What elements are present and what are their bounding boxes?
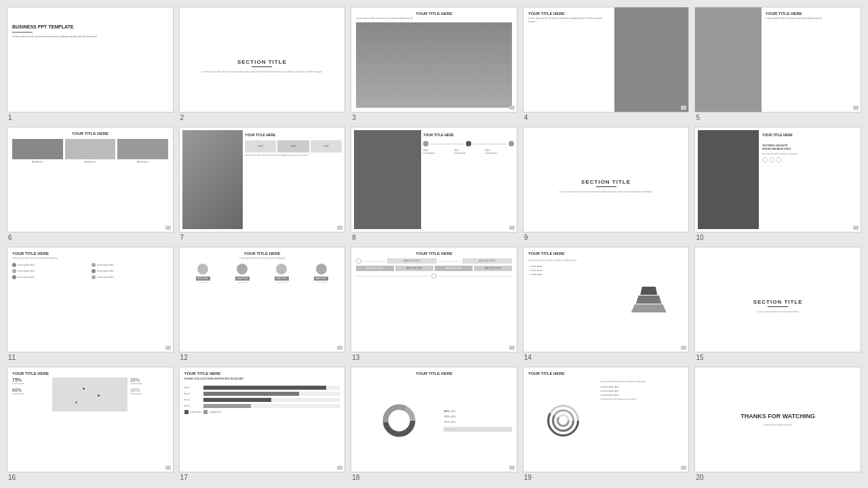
slide-19-layout: Lorem ipsum dolor sit amet consectetur a… <box>528 377 684 464</box>
slide-16[interactable]: YOUR TITLE HERE 75% Lorem ipsum 60% Lore… <box>7 367 174 472</box>
slide-number-10: 10 <box>694 234 703 241</box>
slide-10[interactable]: YOUR TITLE HERE VESTIBULUM ANTEIPSUM FAU… <box>694 127 861 232</box>
slide-12-icon3 <box>276 264 287 274</box>
slide-13-line1 <box>363 261 386 262</box>
slide-16-stat3: 60% <box>12 388 50 392</box>
slide-8-dot3 <box>509 141 514 146</box>
slide-7-step2: STEP <box>277 140 309 152</box>
slide-number-8: 8 <box>351 234 356 241</box>
slide-container-6: YOUR TITLE HERE Architecture Architectur… <box>7 127 174 241</box>
slide-13[interactable]: YOUR TITLE HERE ADD TITLE TEXT ADD TITLE… <box>351 247 517 352</box>
slide-6-label1: Architecture <box>12 161 63 163</box>
slide-14-stats: ✓ Lorem ipsum ✓ Lorem ipsum ✓ Lorem ipsu… <box>528 265 612 276</box>
slide-7-corner: ▪ <box>337 226 342 230</box>
slide-16-layout: 75% Lorem ipsum 60% Lorem ipsum 20% Lore… <box>12 378 168 411</box>
slide-3-title: YOUR TITLE HERE <box>356 12 512 16</box>
slide-container-7: YOUR TITLE HERE STEP STEP STEP Lorem ips… <box>179 127 346 241</box>
pyramid-layer1 <box>640 287 657 295</box>
slide-container-10: YOUR TITLE HERE VESTIBULUM ANTEIPSUM FAU… <box>694 127 861 241</box>
slide-container-5: YOUR TITLE HERE Lorem ipsum dolor sit am… <box>694 7 861 121</box>
slide-6[interactable]: YOUR TITLE HERE Architecture Architectur… <box>7 127 174 232</box>
slide-19-corner: ▪ <box>681 466 686 470</box>
slide-17-bar3-fill <box>203 398 272 402</box>
pyramid-layer3 <box>631 304 667 312</box>
slide-12-badge1: ADD TITLE <box>196 277 210 281</box>
slide-13-box1: ADD TITLE TEXT <box>387 258 437 264</box>
slide-8-cols: 2010Lorem ipsum 2012Lorem ipsum 2014Lore… <box>423 149 514 155</box>
slide-2-body: Lorem ipsum dolor sit amet consectetur a… <box>202 70 322 74</box>
slide-19[interactable]: YOUR TITLE HERE Lorem ipsum do <box>523 367 690 472</box>
slide-4-title: YOUR TITLE HERE <box>528 12 609 16</box>
slide-2-underline <box>252 66 272 67</box>
slide-17[interactable]: YOUR TITLE HERE DONAY SOLLICITUDIN ADIPI… <box>179 367 346 472</box>
slide-container-9: SECTION TITLE Lorem ipsum dolor sit amet… <box>523 127 690 241</box>
slide-11-columns: Lorem ipsum dolor Lorem ipsum dolor Lore… <box>12 263 168 281</box>
slide-15-underline <box>768 306 788 307</box>
slide-11-desc: Lorem ipsum dolor sit amet consectetur a… <box>12 257 168 260</box>
slide-13-flow2: ADD TITLE TEXT ADD TITLE TEXT ADD TITLE … <box>356 266 512 271</box>
slide-12-badge2: ADD TITLE <box>235 277 250 281</box>
slide-number-16: 16 <box>7 474 16 481</box>
slide-1-divider <box>12 32 33 33</box>
slide-17-bars: Item 1 Item 2 Item 3 Item 4 <box>184 386 340 408</box>
slide-18[interactable]: YOUR TITLE HERE 65% LABEL 70% LABEL <box>351 367 517 472</box>
map-dot2 <box>98 394 100 396</box>
slide-3[interactable]: YOUR TITLE HERE Lorem ipsum dolor sit am… <box>351 7 517 113</box>
slide-4[interactable]: YOUR TITLE HERE Lorem ipsum dolor sit am… <box>523 7 690 113</box>
slide-8-col1: 2010Lorem ipsum <box>423 149 452 155</box>
slide-18-corner: ▪ <box>509 466 515 470</box>
slide-8-timeline <box>423 141 514 146</box>
slide-11[interactable]: YOUR TITLE HERE Lorem ipsum dolor sit am… <box>7 247 174 352</box>
slide-12-icons: ADD TITLE Lorem ipsum ADD TITLE Lorem ip… <box>184 264 340 283</box>
slide-8[interactable]: YOUR TITLE HERE 2010Lorem ipsum 2012Lore… <box>351 127 517 232</box>
slide-9[interactable]: SECTION TITLE Lorem ipsum dolor sit amet… <box>523 127 690 232</box>
slide-16-stat1: 75% <box>12 378 50 382</box>
slide-20[interactable]: THANKS FOR WATCHING Lorem ipsum dolor si… <box>694 367 861 472</box>
slide-6-img1 <box>12 139 63 159</box>
slide-number-14: 14 <box>523 354 532 361</box>
slide-17-subtitle: DONAY SOLLICITUDIN ADIPISCING ALIQUAM <box>184 377 340 380</box>
slide-number-20: 20 <box>694 474 703 481</box>
slide-4-corner: ▪ <box>681 106 686 110</box>
slide-7-image <box>182 130 243 229</box>
slide-19-circle-area <box>528 377 598 464</box>
slide-16-title: YOUR TITLE HERE <box>12 371 168 375</box>
slide-12-icon4 <box>316 264 327 274</box>
slide-11-title: YOUR TITLE HERE <box>12 251 168 256</box>
slide-container-19: YOUR TITLE HERE Lorem ipsum do <box>523 367 690 481</box>
slide-12-desc: Lorem ipsum dolor sit amet consectetur a… <box>184 257 340 260</box>
slide-2[interactable]: SECTION TITLE Lorem ipsum dolor sit amet… <box>179 7 346 113</box>
slide-13-box2: ADD TITLE TEXT <box>462 258 512 264</box>
slide-5[interactable]: YOUR TITLE HERE Lorem ipsum dolor sit am… <box>694 7 861 113</box>
slide-17-legend: Legend item Legend item <box>184 410 340 414</box>
slide-container-16: YOUR TITLE HERE 75% Lorem ipsum 60% Lore… <box>7 367 174 481</box>
slide-8-corner: ▪ <box>509 226 515 230</box>
slide-13-circle2 <box>431 273 437 279</box>
slide-container-14: YOUR TITLE HERE Lorem ipsum dolor sit am… <box>523 247 690 361</box>
slide-container-3: YOUR TITLE HERE Lorem ipsum dolor sit am… <box>351 7 517 121</box>
slide-4-image <box>614 7 689 112</box>
slide-number-13: 13 <box>351 354 359 361</box>
slide-14-pyramid <box>631 287 667 312</box>
slide-3-body: Lorem ipsum dolor sit amet consectetur a… <box>356 17 512 20</box>
slide-12-corner: ▪ <box>337 346 342 350</box>
slide-18-stat3: 30% LABEL <box>443 420 511 424</box>
slide-container-13: YOUR TITLE HERE ADD TITLE TEXT ADD TITLE… <box>351 247 517 361</box>
slide-7[interactable]: YOUR TITLE HERE STEP STEP STEP Lorem ips… <box>179 127 346 232</box>
slide-12-item4: ADD TITLE Lorem ipsum <box>302 264 340 283</box>
slide-15-body: Lorem ipsum dolor sit amet consectetur <box>757 310 799 314</box>
slide-16-stats: 75% Lorem ipsum 60% Lorem ipsum <box>12 378 50 411</box>
slide-row-2: YOUR TITLE HERE Architecture Architectur… <box>7 127 861 241</box>
slide-15[interactable]: SECTION TITLE Lorem ipsum dolor sit amet… <box>694 247 861 352</box>
slide-6-labels: Architecture Architecture Architecture <box>12 161 168 163</box>
slide-12[interactable]: YOUR TITLE HERE Lorem ipsum dolor sit am… <box>179 247 346 352</box>
slide-container-17: YOUR TITLE HERE DONAY SOLLICITUDIN ADIPI… <box>179 367 346 481</box>
slide-7-title: YOUR TITLE HERE <box>245 133 342 137</box>
slide-14[interactable]: YOUR TITLE HERE Lorem ipsum dolor sit am… <box>523 247 690 352</box>
slide-number-11: 11 <box>7 354 16 361</box>
slide-8-line1 <box>431 144 464 144</box>
slide-17-bar2-fill <box>203 392 299 396</box>
slide-6-img2 <box>65 139 116 159</box>
slide-13-circle1 <box>356 258 361 264</box>
slide-1[interactable]: BUSINESS PPT TEMPLATE Lorem ipsum dolor … <box>7 7 174 113</box>
